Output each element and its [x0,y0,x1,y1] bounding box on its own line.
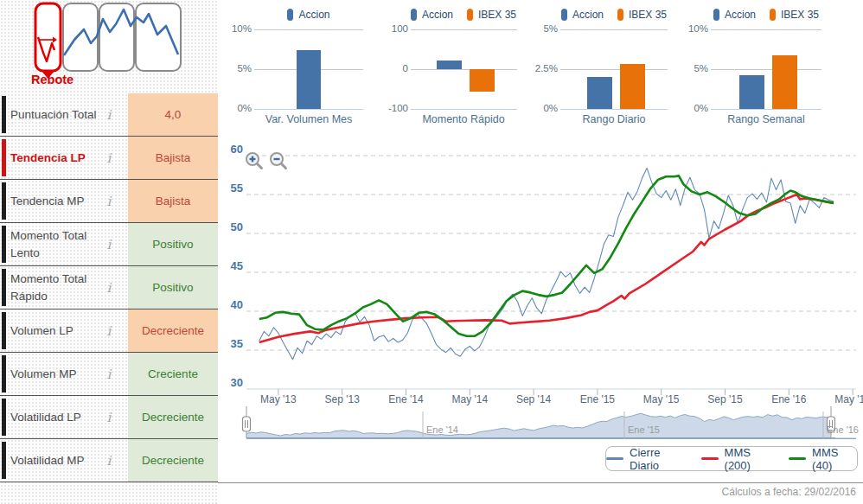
legend-line-swatch [789,457,806,460]
x-axis-label: Ene '14 [380,393,432,405]
y-axis-label: 55 [207,182,243,195]
series-mms-200- [259,195,834,342]
series-cierre-diario [259,168,834,359]
series-mms-40- [259,175,834,335]
x-axis-label: Sep '14 [508,393,559,405]
legend-item-mms-200-[interactable]: MMS (200) [701,446,776,472]
x-axis-label: May '16 [827,393,863,405]
zoom-out-icon[interactable] [269,151,288,170]
legend-label: MMS (40) [812,446,857,472]
series-legend: Cierre DiarioMMS (200)MMS (40) [605,446,858,471]
legend-line-swatch [606,457,623,460]
x-axis-label: May '15 [636,393,687,405]
legend-label: MMS (200) [725,446,776,472]
x-axis-label: Ene '16 [763,393,815,405]
y-axis-label: 50 [207,220,243,233]
legend-item-mms-40-[interactable]: MMS (40) [789,446,857,472]
y-axis-label: 40 [207,298,243,311]
y-axis-label: 45 [207,259,243,272]
y-axis-label: 60 [207,143,243,156]
legend-item-cierre-diario[interactable]: Cierre Diario [606,446,687,472]
dashboard: Rebote Puntuación Totali4,0Tendencia LPi… [0,0,863,504]
legend-label: Cierre Diario [630,446,687,472]
x-axis-label: May '14 [444,393,495,405]
x-axis-label: Sep '15 [700,393,751,405]
y-axis-label: 35 [207,337,243,350]
zoom-in-icon[interactable] [245,151,264,170]
navigator-label: Ene '14 [426,424,458,435]
calculation-date: Cálculos a fecha: 29/02/2016 [722,486,856,498]
footer-divider [218,482,863,483]
navigator-label: Ene '15 [628,424,660,435]
x-axis-label: May '13 [253,393,304,405]
x-axis-label: Sep '13 [316,393,368,405]
x-axis-label: Ene '15 [572,393,623,405]
y-axis-label: 30 [207,376,243,389]
legend-line-swatch [701,457,719,460]
navigator-label: Ene '16 [827,424,859,435]
